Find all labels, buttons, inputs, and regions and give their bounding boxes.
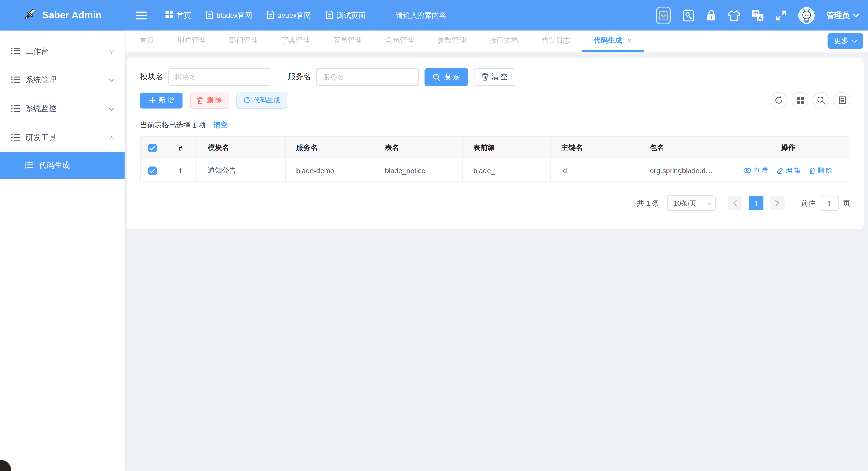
refresh-icon — [775, 96, 783, 104]
list-icon — [11, 75, 20, 85]
chevron-right-icon — [775, 200, 779, 207]
topbar-actions: 中A 管理员 — [656, 0, 868, 31]
refresh-icon — [244, 97, 250, 104]
debug-tool-icon[interactable] — [683, 8, 695, 22]
goto-page-input[interactable] — [820, 196, 839, 211]
grid-icon — [165, 10, 173, 20]
translate-icon[interactable]: 中A — [752, 9, 764, 21]
refresh-button[interactable] — [771, 92, 787, 108]
chevron-down-icon — [109, 77, 114, 82]
service-name-label: 服务名 — [288, 72, 311, 82]
cell-pk: id — [551, 159, 639, 182]
svg-text:A: A — [758, 15, 762, 21]
codegen-button[interactable]: 代码生成 — [236, 92, 287, 108]
sidebar-item-label: 工作台 — [26, 46, 49, 57]
fullscreen-icon[interactable] — [775, 9, 786, 21]
tab-dict-mgmt[interactable]: 字典管理 — [270, 31, 321, 52]
total-count-label: 共 1 条 — [637, 198, 659, 208]
collapse-menu-icon[interactable] — [136, 11, 147, 20]
col-header-module: 模块名 — [197, 136, 285, 159]
tab-dept-mgmt[interactable]: 部门管理 — [218, 31, 270, 52]
selection-summary: 当前表格已选择 1 项 清空 — [140, 120, 850, 130]
corner-decoration — [0, 460, 11, 471]
topnav-item-home[interactable]: 首页 — [165, 10, 191, 21]
edit-link[interactable]: 编 辑 — [777, 166, 801, 175]
document-icon — [267, 10, 274, 21]
chevron-up-icon — [109, 136, 114, 142]
prev-page-button[interactable] — [728, 196, 742, 211]
tab-error-log[interactable]: 错误日志 — [530, 31, 582, 52]
topnav-label: avuex官网 — [278, 10, 311, 21]
tab-home[interactable]: 首页 — [128, 31, 166, 52]
lock-icon[interactable] — [707, 9, 716, 21]
col-header-pk: 主键名 — [551, 136, 639, 159]
delete-button[interactable]: 删 除 — [190, 92, 229, 108]
table-row[interactable]: 1 通知公告 blade-demo blade_notice blade_ id… — [141, 159, 850, 182]
chevron-left-icon — [733, 200, 737, 207]
more-tabs-button[interactable]: 更多 — [828, 33, 863, 49]
column-settings-button[interactable] — [834, 92, 850, 108]
search-toggle-button[interactable] — [813, 92, 829, 108]
tab-menu-mgmt[interactable]: 菜单管理 — [321, 31, 373, 52]
dagger-logo-icon — [23, 7, 37, 24]
sidebar-item-label: 研发工具 — [26, 133, 57, 143]
sidebar-item-codegen-active[interactable]: 代码生成 — [0, 152, 125, 179]
module-name-input[interactable] — [168, 68, 271, 86]
plus-icon — [149, 97, 156, 104]
sidebar-item-system-monitor[interactable]: 系统监控 — [0, 95, 125, 123]
row-checkbox[interactable] — [148, 167, 156, 175]
view-link[interactable]: 查 看 — [743, 166, 769, 175]
tabbar: 首页 用户管理 部门管理 字典管理 菜单管理 角色管理 参数管理 接口文档 错误… — [125, 31, 868, 53]
tab-param-mgmt[interactable]: 参数管理 — [426, 31, 478, 52]
sidebar: 工作台 系统管理 系统监控 研发工具 — [0, 31, 125, 471]
page-size-select[interactable]: 10条/页 — [667, 195, 716, 211]
current-page[interactable]: 1 — [749, 196, 764, 211]
sidebar-item-dev-tools[interactable]: 研发工具 — [0, 124, 125, 152]
theme-shirt-icon[interactable] — [728, 9, 740, 21]
page-unit-label: 页 — [843, 198, 850, 208]
tab-codegen-active[interactable]: 代码生成 — [582, 31, 644, 52]
col-header-prefix: 表前缀 — [462, 136, 551, 159]
next-page-button[interactable] — [770, 196, 784, 211]
grid-display-button[interactable] — [792, 92, 808, 108]
table-tools — [771, 92, 850, 108]
chevron-down-icon — [852, 38, 857, 43]
cell-package: org.springblade.desk... — [639, 159, 726, 182]
app-root: Saber Admin 首页 bladex官网 — [0, 0, 868, 471]
cell-module: 通知公告 — [197, 159, 285, 182]
goto-label: 前往 — [801, 198, 815, 208]
search-button[interactable]: 搜 索 — [425, 68, 468, 86]
selection-count: 1 — [193, 121, 196, 129]
topnav-item-bladex[interactable]: bladex官网 — [206, 10, 252, 21]
table-header-row: # 模块名 服务名 表名 表前缀 主键名 包名 操作 — [141, 136, 850, 159]
chevron-down-icon — [707, 200, 711, 205]
user-avatar[interactable] — [798, 7, 815, 24]
list-icon — [11, 104, 20, 114]
delete-link[interactable]: 删 除 — [809, 166, 833, 175]
main-area: 首页 用户管理 部门管理 字典管理 菜单管理 角色管理 参数管理 接口文档 错误… — [125, 31, 868, 471]
tab-api-docs[interactable]: 接口文档 — [478, 31, 530, 52]
col-header-table: 表名 — [374, 136, 463, 159]
tab-user-mgmt[interactable]: 用户管理 — [165, 31, 217, 52]
module-name-label: 模块名 — [140, 72, 163, 82]
close-icon[interactable] — [627, 36, 632, 44]
global-search-input[interactable]: 请输入搜索内容 — [396, 10, 446, 21]
topnav-item-avuex[interactable]: avuex官网 — [267, 10, 311, 21]
topnav-label: bladex官网 — [216, 10, 252, 21]
service-name-input[interactable] — [316, 68, 419, 86]
topnav-item-test-page[interactable]: 测试页面 — [326, 10, 365, 21]
clear-button[interactable]: 清 空 — [473, 68, 516, 86]
document-icon — [206, 10, 213, 21]
tab-role-mgmt[interactable]: 角色管理 — [374, 31, 426, 52]
add-button[interactable]: 新 增 — [140, 92, 183, 108]
select-all-checkbox[interactable] — [148, 144, 156, 152]
sidebar-item-workbench[interactable]: 工作台 — [0, 37, 125, 66]
list-icon — [24, 161, 33, 170]
top-menu-select-icon[interactable] — [656, 6, 671, 24]
sidebar-item-system-mgmt[interactable]: 系统管理 — [0, 66, 125, 95]
app-logo[interactable]: Saber Admin — [0, 0, 125, 31]
sidebar-item-label: 系统管理 — [26, 75, 57, 85]
user-menu[interactable]: 管理员 — [826, 10, 858, 21]
selection-clear-link[interactable]: 清空 — [213, 120, 228, 130]
eye-icon — [743, 168, 751, 173]
